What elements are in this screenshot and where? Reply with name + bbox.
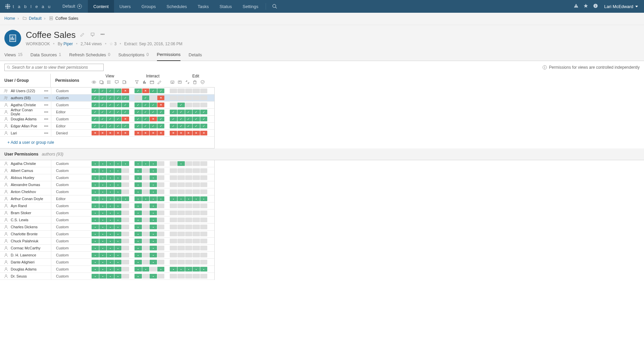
perm-cell[interactable]	[135, 260, 142, 264]
perm-cell[interactable]	[99, 131, 107, 135]
perm-row[interactable]: Alexandre Dumas Custom	[0, 181, 214, 188]
perm-cell[interactable]	[122, 239, 129, 243]
perm-cell[interactable]	[114, 124, 122, 128]
perm-cell[interactable]	[142, 124, 150, 128]
perm-cell[interactable]	[122, 232, 129, 236]
perm-cell[interactable]	[150, 124, 157, 128]
perm-cell[interactable]	[150, 131, 157, 135]
more-actions-button[interactable]: •••	[99, 31, 106, 39]
tab-refresh-schedules[interactable]: Refresh Schedules0	[69, 52, 110, 61]
nav-users[interactable]: Users	[114, 0, 136, 13]
perm-cell[interactable]	[200, 260, 208, 264]
perm-cell[interactable]	[142, 210, 150, 215]
capability-icon[interactable]	[184, 79, 192, 85]
tab-permissions[interactable]: Permissions	[157, 52, 181, 61]
favorites-icon[interactable]	[583, 3, 588, 9]
perm-row[interactable]: Chuck Palahniuk Custom	[0, 238, 214, 245]
perm-cell[interactable]	[177, 117, 185, 121]
perm-cell[interactable]	[177, 189, 185, 194]
perm-cell[interactable]	[193, 103, 200, 107]
perm-cell[interactable]	[177, 88, 185, 93]
perm-cell[interactable]	[99, 203, 107, 208]
perm-cell[interactable]	[92, 168, 99, 173]
tab-views[interactable]: Views15	[4, 52, 22, 61]
col-header-user[interactable]: User / Group	[0, 74, 51, 87]
perm-cell[interactable]	[107, 218, 114, 222]
perm-cell[interactable]	[150, 260, 157, 264]
perm-cell[interactable]	[185, 260, 193, 264]
perm-cell[interactable]	[107, 131, 114, 135]
perm-cell[interactable]	[200, 182, 208, 187]
perm-cell[interactable]	[157, 232, 165, 236]
perm-cell[interactable]	[92, 267, 99, 272]
perm-cell[interactable]	[200, 117, 208, 121]
perm-cell[interactable]	[122, 253, 129, 257]
perm-cell[interactable]	[92, 232, 99, 236]
perm-cell[interactable]	[200, 131, 208, 135]
perm-cell[interactable]	[150, 218, 157, 222]
perm-cell[interactable]	[114, 117, 122, 121]
perm-cell[interactable]	[114, 88, 122, 93]
perm-cell[interactable]	[99, 274, 107, 279]
perm-cell[interactable]	[122, 225, 129, 229]
perm-cell[interactable]	[92, 274, 99, 279]
perm-cell[interactable]	[99, 189, 107, 194]
perm-cell[interactable]	[107, 124, 114, 128]
perm-cell[interactable]	[177, 131, 185, 135]
perm-row[interactable]: authors (93) ••• Custom	[0, 95, 214, 102]
perm-cell[interactable]	[185, 131, 193, 135]
perm-cell[interactable]	[114, 253, 122, 257]
perm-cell[interactable]	[142, 161, 150, 166]
perm-cell[interactable]	[99, 175, 107, 180]
perm-cell[interactable]	[135, 168, 142, 173]
perm-cell[interactable]	[157, 253, 165, 257]
perm-cell[interactable]	[99, 161, 107, 166]
perm-cell[interactable]	[122, 88, 129, 93]
perm-cell[interactable]	[157, 124, 165, 128]
perm-cell[interactable]	[142, 175, 150, 180]
perm-cell[interactable]	[92, 260, 99, 264]
perm-cell[interactable]	[185, 182, 193, 187]
perm-cell[interactable]	[150, 189, 157, 194]
perm-role[interactable]: Custom	[51, 260, 92, 264]
perm-cell[interactable]	[177, 274, 185, 279]
perm-cell[interactable]	[200, 196, 208, 201]
perm-cell[interactable]	[185, 103, 193, 107]
perm-cell[interactable]	[177, 225, 185, 229]
perm-cell[interactable]	[170, 117, 177, 121]
perm-cell[interactable]	[185, 253, 193, 257]
perm-cell[interactable]	[193, 210, 200, 215]
perm-cell[interactable]	[193, 232, 200, 236]
perm-cell[interactable]	[200, 88, 208, 93]
perm-cell[interactable]	[122, 168, 129, 173]
perm-cell[interactable]	[135, 103, 142, 107]
perm-cell[interactable]	[170, 267, 177, 272]
perm-cell[interactable]	[114, 161, 122, 166]
nav-tasks[interactable]: Tasks	[192, 0, 214, 13]
nav-content[interactable]: Content	[88, 0, 114, 13]
perm-cell[interactable]	[157, 182, 165, 187]
perm-cell[interactable]	[107, 161, 114, 166]
perm-cell[interactable]	[107, 168, 114, 173]
perm-cell[interactable]	[200, 210, 208, 215]
perm-cell[interactable]	[92, 88, 99, 93]
perm-cell[interactable]	[193, 253, 200, 257]
perm-cell[interactable]	[107, 203, 114, 208]
perm-cell[interactable]	[185, 210, 193, 215]
perm-cell[interactable]	[122, 117, 129, 121]
perm-cell[interactable]	[150, 253, 157, 257]
capability-icon[interactable]	[105, 79, 113, 85]
alerts-icon[interactable]	[574, 3, 579, 9]
perm-cell[interactable]	[193, 168, 200, 173]
breadcrumb-item[interactable]: Default	[29, 16, 42, 21]
perm-cell[interactable]	[193, 274, 200, 279]
perm-cell[interactable]	[200, 232, 208, 236]
perm-cell[interactable]	[170, 196, 177, 201]
capability-icon[interactable]	[98, 79, 106, 85]
perm-cell[interactable]	[122, 96, 129, 100]
perm-cell[interactable]	[200, 274, 208, 279]
perm-row[interactable]: Agatha Christie Custom	[0, 160, 214, 167]
perm-cell[interactable]	[150, 210, 157, 215]
nav-status[interactable]: Status	[214, 0, 237, 13]
perm-cell[interactable]	[142, 88, 150, 93]
